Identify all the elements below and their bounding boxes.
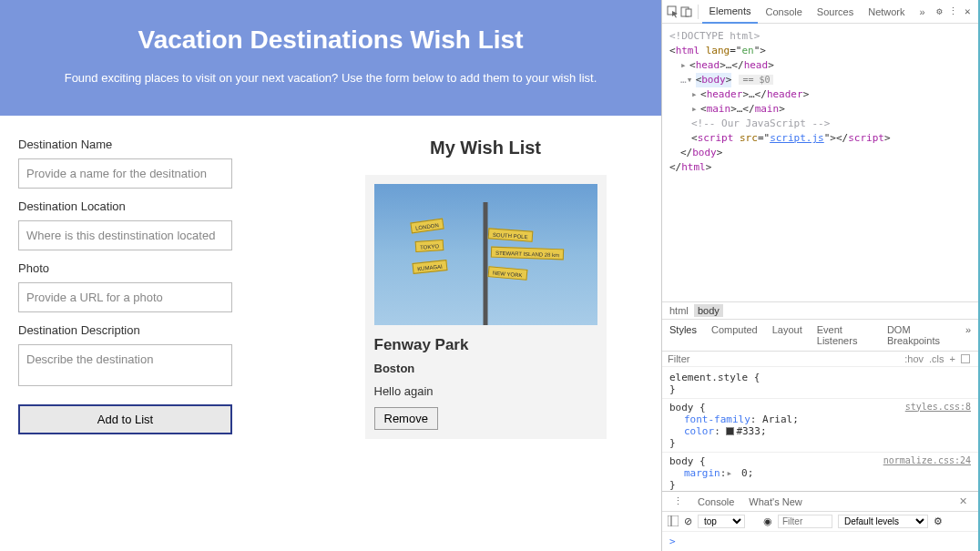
hov-toggle[interactable]: :hov [904, 353, 924, 364]
new-style-button[interactable]: + [950, 353, 955, 364]
console-sidebar-icon[interactable] [668, 515, 679, 528]
card-description: Hello again [374, 384, 597, 398]
add-to-list-button[interactable]: Add to List [18, 404, 232, 434]
svg-rect-2 [686, 9, 691, 16]
close-icon[interactable]: ✕ [961, 2, 975, 22]
inspect-icon[interactable] [666, 2, 679, 22]
console-prompt[interactable]: > [662, 532, 978, 551]
console-drawer: ⋮ Console What's New ✕ ⊘ top ◉ Default l… [662, 491, 978, 551]
name-input[interactable] [18, 158, 232, 189]
description-input[interactable] [18, 344, 232, 386]
card-title: Fenway Park [374, 336, 597, 354]
page-title: Vacation Destinations Wish List [18, 26, 643, 55]
tab-sources[interactable]: Sources [810, 1, 861, 23]
console-gear-icon[interactable]: ⚙ [934, 515, 943, 527]
devtools-toolbar: Elements Console Sources Network » ⚙ ⋮ ✕ [662, 0, 978, 24]
device-icon[interactable] [679, 2, 693, 22]
tab-console[interactable]: Console [758, 1, 809, 23]
console-filter-input[interactable] [778, 515, 832, 528]
location-input[interactable] [18, 220, 232, 250]
elements-tree[interactable]: <!DOCTYPE html> <html lang="en"> ▸<head>… [662, 24, 978, 180]
location-label: Destination Location [18, 199, 291, 213]
drawer-tab-console[interactable]: Console [690, 493, 741, 511]
svg-rect-3 [668, 515, 671, 526]
devtools-panel: Elements Console Sources Network » ⚙ ⋮ ✕… [661, 0, 980, 551]
wishlist-heading: My Wish List [328, 138, 643, 158]
breadcrumb[interactable]: html body [662, 301, 978, 320]
drawer-close-icon[interactable]: ✕ [952, 492, 975, 511]
drawer-kebab-icon[interactable]: ⋮ [666, 492, 690, 511]
kebab-icon[interactable]: ⋮ [946, 2, 960, 22]
log-levels-select[interactable]: Default levels [838, 515, 928, 528]
name-label: Destination Name [18, 138, 291, 151]
card-location: Boston [374, 362, 597, 375]
page-subtitle: Found exciting places to visit on your n… [18, 71, 643, 85]
svg-rect-4 [671, 515, 679, 526]
tab-computed[interactable]: Computed [704, 320, 765, 351]
drawer-tab-whatsnew[interactable]: What's New [741, 493, 809, 511]
destination-form: Destination Name Destination Location Ph… [18, 138, 291, 439]
photo-input[interactable] [18, 282, 232, 312]
tab-elements[interactable]: Elements [702, 0, 759, 24]
tab-styles-more[interactable]: » [958, 320, 978, 351]
eye-icon[interactable]: ◉ [763, 515, 772, 527]
gear-icon[interactable]: ⚙ [933, 2, 946, 22]
tab-styles[interactable]: Styles [662, 320, 704, 351]
styles-filter-bar: :hov .cls + [662, 352, 978, 367]
styles-pane[interactable]: element.style { } body {styles.css:8 fon… [662, 367, 978, 492]
styles-filter-input[interactable] [668, 353, 902, 364]
card-image: LONDONSOUTH POLE TOKYOSTEWART ISLAND 28 … [374, 184, 597, 325]
cls-toggle[interactable]: .cls [929, 353, 944, 364]
tab-dom-breakpoints[interactable]: DOM Breakpoints [880, 320, 958, 351]
remove-button[interactable]: Remove [374, 407, 438, 430]
wishlist-card: LONDONSOUTH POLE TOKYOSTEWART ISLAND 28 … [365, 175, 607, 439]
tab-network[interactable]: Network [861, 1, 912, 23]
hero-banner: Vacation Destinations Wish List Found ex… [0, 0, 661, 116]
tab-event-listeners[interactable]: Event Listeners [810, 320, 880, 351]
styles-tabs: Styles Computed Layout Event Listeners D… [662, 320, 978, 352]
photo-label: Photo [18, 261, 291, 275]
tab-layout[interactable]: Layout [765, 320, 810, 351]
context-select[interactable]: top [698, 515, 745, 528]
clear-console-icon[interactable]: ⊘ [684, 515, 692, 527]
styles-pane-icon[interactable] [961, 354, 970, 363]
tab-more[interactable]: » [913, 1, 933, 23]
description-label: Destination Description [18, 323, 291, 337]
